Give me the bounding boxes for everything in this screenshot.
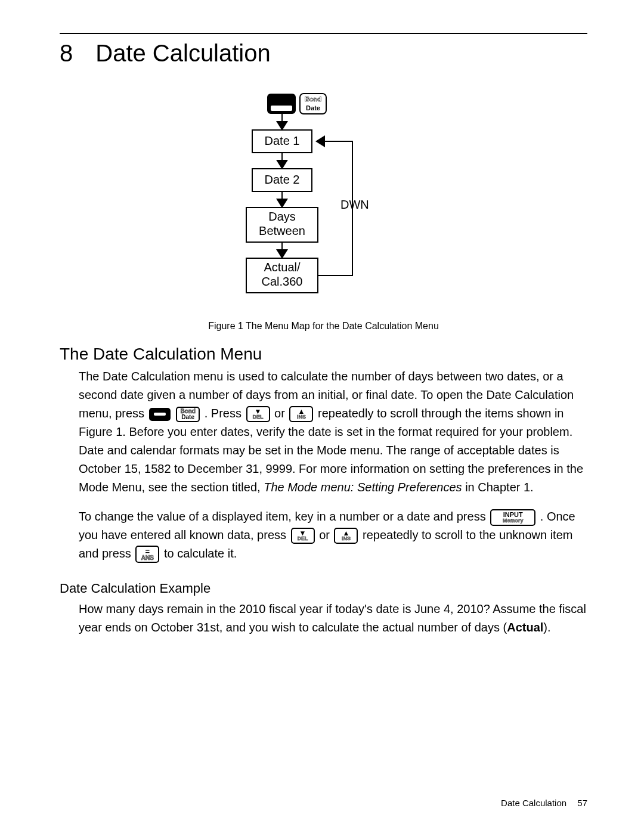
diagram-key-bot: Date (306, 104, 320, 112)
diagram-key-top: Bond (304, 95, 321, 103)
down-arrow-key-icon: ▼ DEL (291, 528, 315, 544)
diagram-node-date1: Date 1 (264, 134, 299, 147)
diagram-loop-label: DWN (340, 198, 369, 211)
figure-1: Bond Date Date 1 Date 2 Days Between Act… (60, 91, 587, 332)
top-rule (60, 33, 587, 34)
page-footer: Date Calculation 57 (501, 798, 587, 808)
diagram-node-cal360: Cal.360 (261, 275, 302, 288)
diagram-node-actual: Actual/ (264, 261, 301, 274)
chapter-title: Date Calculation (95, 40, 271, 67)
up-arrow-key-icon: ▲ INS (289, 406, 313, 422)
actual-bold: Actual (507, 621, 543, 634)
section-body-2: How many days remain in the 2010 fiscal … (79, 600, 587, 637)
shift-key-icon (149, 408, 171, 421)
diagram-node-between: Between (259, 224, 305, 237)
paragraph-3: How many days remain in the 2010 fiscal … (79, 600, 587, 637)
page-number: 57 (577, 798, 587, 808)
menu-map-diagram: Bond Date Date 1 Date 2 Days Between Act… (234, 91, 413, 311)
down-arrow-key-icon: ▼ DEL (246, 406, 270, 422)
figure-caption: Figure 1 The Menu Map for the Date Calcu… (60, 321, 587, 332)
bond-date-key-icon: Bond Date (176, 407, 200, 422)
chapter-heading: 8 Date Calculation (60, 40, 587, 67)
section-body-1: The Date Calculation menu is used to cal… (79, 367, 587, 563)
diagram-node-date2: Date 2 (264, 173, 299, 186)
diagram-node-days: Days (268, 210, 296, 223)
footer-label: Date Calculation (501, 798, 566, 808)
page: 8 Date Calculation Bond Date Date 1 Date (0, 0, 644, 833)
up-arrow-key-icon: ▲ INS (334, 528, 358, 544)
section-heading-example: Date Calculation Example (60, 581, 587, 596)
chapter-number: 8 (60, 40, 73, 67)
svg-rect-1 (271, 106, 292, 111)
paragraph-1: The Date Calculation menu is used to cal… (79, 367, 587, 497)
input-key-icon: INPUT Memory (490, 509, 535, 526)
mode-menu-ref: The Mode menu: Setting Preferences (264, 481, 462, 494)
equals-key-icon: = ANS (135, 546, 159, 563)
paragraph-2: To change the value of a displayed item,… (79, 507, 587, 563)
section-heading-menu: The Date Calculation Menu (60, 345, 587, 364)
